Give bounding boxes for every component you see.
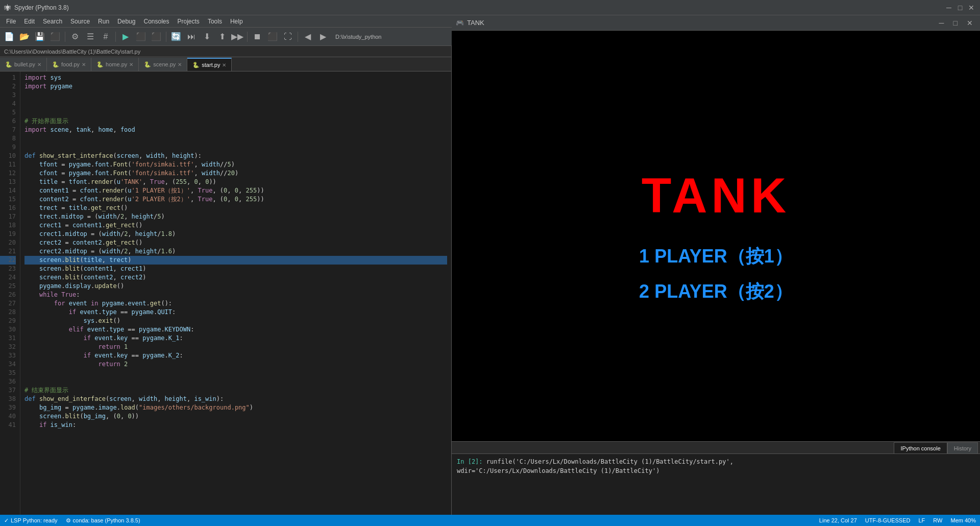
tab-scene-py[interactable]: 🐍 scene.py ✕ bbox=[139, 58, 187, 71]
menu-run[interactable]: Run bbox=[94, 17, 113, 26]
tab-close-home-py[interactable]: ✕ bbox=[129, 62, 133, 67]
maximize-button[interactable]: □ bbox=[955, 3, 965, 12]
menu-projects[interactable]: Projects bbox=[174, 17, 204, 26]
menu-edit[interactable]: Edit bbox=[20, 17, 39, 26]
inspect-button[interactable]: ⬛ bbox=[265, 30, 280, 44]
code-line-8 bbox=[24, 134, 447, 143]
tab-icon: 🐍 bbox=[192, 62, 200, 68]
new-file-button[interactable]: 📄 bbox=[2, 30, 16, 44]
code-line-36 bbox=[24, 377, 447, 386]
app-titlebar: 🕷 Spyder (Python 3.8) ─ □ ✕ bbox=[0, 0, 980, 15]
code-line-38: def show_end_interface(screen, width, he… bbox=[24, 395, 447, 403]
code-line-15: content2 = cfont.render(u'2 PLAYER（按2）',… bbox=[24, 195, 447, 204]
memory-usage: Mem 40% bbox=[950, 517, 976, 523]
menu-consoles[interactable]: Consoles bbox=[139, 17, 173, 26]
menu-debug[interactable]: Debug bbox=[113, 17, 139, 26]
code-line-14: content1 = cfont.render(u'1 PLAYER（按1）',… bbox=[24, 186, 447, 195]
run-config-button[interactable]: ⬛ bbox=[134, 30, 148, 44]
tab-icon: 🐍 bbox=[96, 61, 104, 68]
cursor-position: Line 22, Col 27 bbox=[819, 517, 857, 523]
step-button[interactable]: ⏭ bbox=[184, 30, 199, 44]
conda-text: conda: base (Python 3.8.5) bbox=[73, 517, 140, 523]
step-return-button[interactable]: ⬆ bbox=[215, 30, 229, 44]
tank-game-display: TANK 1 PLAYER（按1） 2 PLAYER（按2） bbox=[452, 31, 980, 441]
toolbar-separator-2 bbox=[115, 32, 116, 42]
code-line-26: while True: bbox=[24, 291, 447, 299]
tab-close-scene-py[interactable]: ✕ bbox=[178, 62, 182, 67]
console-content: In [2]: runfile('C:/Users/Lx/Downloads/B… bbox=[452, 454, 980, 479]
hash-button[interactable]: # bbox=[99, 30, 113, 44]
code-line-13: title = tfont.render(u'TANK', True, (255… bbox=[24, 178, 447, 186]
tank-menu-item-1: 1 PLAYER（按1） bbox=[639, 244, 793, 269]
minimize-button[interactable]: ─ bbox=[944, 3, 953, 12]
tab-label: scene.py bbox=[153, 61, 176, 67]
console-line-2: wdir='C:/Users/Lx/Downloads/BattleCity (… bbox=[457, 466, 975, 475]
close-button[interactable]: ✕ bbox=[967, 3, 976, 12]
tank-minimize-button[interactable]: ─ bbox=[936, 18, 947, 28]
code-line-24: screen.blit(content2, crect2) bbox=[24, 273, 447, 282]
tank-window-icon: 🎮 bbox=[456, 19, 464, 27]
tab-icon: 🐍 bbox=[144, 61, 151, 68]
code-content[interactable]: import sys import pygame # 开始界面显示 import… bbox=[20, 71, 451, 515]
save-all-button[interactable]: ⬛ bbox=[48, 30, 62, 44]
tab-bullet-py[interactable]: 🐍 bullet.py ✕ bbox=[0, 58, 47, 71]
code-line-1: import sys bbox=[24, 74, 447, 82]
code-line-32: return 1 bbox=[24, 343, 447, 351]
code-line-4 bbox=[24, 100, 447, 108]
open-file-button[interactable]: 📂 bbox=[17, 30, 32, 44]
tank-maximize-button[interactable]: □ bbox=[950, 18, 961, 28]
menu-tools[interactable]: Tools bbox=[204, 17, 226, 26]
tab-start-py[interactable]: 🐍 start.py ✕ bbox=[187, 58, 232, 71]
code-editor[interactable]: 12345 678910 1112131415 1617181920 21222… bbox=[0, 71, 451, 515]
preferences-button[interactable]: ⚙ bbox=[68, 30, 82, 44]
tab-close-bullet-py[interactable]: ✕ bbox=[37, 62, 41, 67]
tab-history[interactable]: History bbox=[947, 442, 978, 453]
code-line-12: cfont = pygame.font.Font('font/simkai.tt… bbox=[24, 169, 447, 178]
tab-label: home.py bbox=[106, 61, 127, 67]
stop-button[interactable]: ⏹ bbox=[250, 30, 264, 44]
maximize-editor-button[interactable]: ⛶ bbox=[281, 30, 295, 44]
tab-close-food-py[interactable]: ✕ bbox=[82, 62, 86, 67]
save-file-button[interactable]: 💾 bbox=[33, 30, 47, 44]
code-line-35 bbox=[24, 369, 447, 377]
tank-game-title: TANK bbox=[642, 168, 791, 224]
code-line-6: # 开始界面显示 bbox=[24, 117, 447, 126]
ipython-tab-label: IPython console bbox=[900, 445, 940, 451]
tab-icon: 🐍 bbox=[52, 61, 59, 68]
code-line-19: crect1.midtop = (width/2, height/1.8) bbox=[24, 230, 447, 238]
list-button[interactable]: ☰ bbox=[83, 30, 97, 44]
continue-button[interactable]: ▶▶ bbox=[230, 30, 244, 44]
console-text-2: wdir='C:/Users/Lx/Downloads/BattleCity (… bbox=[457, 467, 659, 474]
step-into-button[interactable]: ⬇ bbox=[200, 30, 214, 44]
tab-ipython-console[interactable]: IPython console bbox=[894, 442, 947, 453]
console-area: IPython console History In [2]: runfile(… bbox=[452, 441, 980, 515]
code-line-37: # 结束界面显示 bbox=[24, 386, 447, 395]
run-button[interactable]: ▶ bbox=[118, 30, 133, 44]
code-line-34: return 2 bbox=[24, 360, 447, 369]
menu-file[interactable]: File bbox=[2, 17, 20, 26]
code-line-39: bg_img = pygame.image.load("images/other… bbox=[24, 403, 447, 412]
forward-button[interactable]: ▶ bbox=[316, 30, 330, 44]
menu-source[interactable]: Source bbox=[66, 17, 94, 26]
statusbar: ✓ LSP Python: ready ⚙ conda: base (Pytho… bbox=[0, 515, 980, 526]
line-numbers: 12345 678910 1112131415 1617181920 21222… bbox=[0, 71, 20, 515]
tab-close-start-py[interactable]: ✕ bbox=[222, 62, 226, 68]
code-line-20: crect2 = content2.get_rect() bbox=[24, 238, 447, 247]
toolbar-separator-3 bbox=[166, 32, 166, 42]
code-line-41: if is_win: bbox=[24, 421, 447, 429]
tank-window-title: TANK bbox=[467, 19, 484, 27]
code-line-25: pygame.display.update() bbox=[24, 282, 447, 291]
menu-search[interactable]: Search bbox=[39, 17, 66, 26]
code-line-16: trect = title.get_rect() bbox=[24, 204, 447, 212]
tank-game-body: TANK 1 PLAYER（按1） 2 PLAYER（按2） IPython c… bbox=[452, 31, 980, 515]
debug-button[interactable]: 🔄 bbox=[169, 30, 183, 44]
run-script-button[interactable]: ⬛ bbox=[149, 30, 163, 44]
tab-home-py[interactable]: 🐍 home.py ✕ bbox=[91, 58, 139, 71]
back-button[interactable]: ◀ bbox=[301, 30, 315, 44]
menu-help[interactable]: Help bbox=[226, 17, 247, 26]
app-icon: 🕷 bbox=[4, 4, 11, 12]
lsp-text: LSP Python: ready bbox=[11, 517, 58, 523]
tank-close-button[interactable]: ✕ bbox=[964, 18, 976, 28]
code-line-40: screen.blit(bg_img, (0, 0)) bbox=[24, 412, 447, 421]
tab-food-py[interactable]: 🐍 food.py ✕ bbox=[47, 58, 91, 71]
